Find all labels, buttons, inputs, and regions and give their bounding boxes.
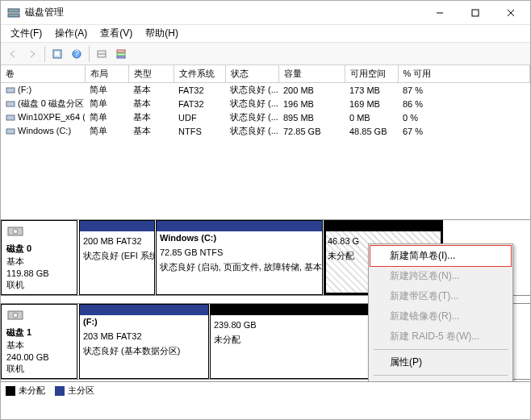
toolbar-sep	[44, 46, 45, 62]
volume-list-pane: 卷 布局 类型 文件系统 状态 容量 可用空间 % 可用 (F:)简单基本FAT…	[1, 65, 530, 220]
disk-graph-pane: 磁盘 0基本119.88 GB联机200 MB FAT32状态良好 (EFI 系…	[1, 220, 530, 381]
svg-rect-13	[117, 53, 125, 56]
partition-title: (F:)	[80, 315, 208, 330]
volume-icon	[6, 85, 15, 95]
col-volume[interactable]: 卷	[1, 65, 85, 83]
titlebar: 磁盘管理	[1, 1, 530, 25]
back-button[interactable]	[4, 45, 22, 63]
volume-table: 卷 布局 类型 文件系统 状态 容量 可用空间 % 可用 (F:)简单基本FAT…	[1, 65, 530, 138]
volume-icon	[6, 99, 15, 109]
partition-title: Windows (C:)	[157, 231, 322, 246]
col-status[interactable]: 状态	[225, 65, 278, 83]
partition[interactable]: Windows (C:)72.85 GB NTFS状态良好 (启动, 页面文件,…	[156, 220, 323, 295]
svg-rect-18	[6, 129, 15, 134]
svg-rect-17	[6, 115, 15, 120]
menubar: 文件(F) 操作(A) 查看(V) 帮助(H)	[1, 25, 530, 43]
toolbar: ?	[1, 43, 530, 65]
rescan-button[interactable]	[93, 45, 111, 63]
svg-rect-15	[6, 88, 15, 93]
svg-point-22	[13, 313, 18, 318]
window-title: 磁盘管理	[25, 6, 422, 19]
table-row[interactable]: (F:)简单基本FAT32状态良好 (...200 MB173 MB87 %	[1, 83, 530, 98]
legend-unalloc: 未分配	[6, 385, 45, 397]
context-menu-item[interactable]: 帮助(H)	[370, 378, 511, 381]
app-icon	[7, 6, 20, 19]
svg-rect-16	[6, 102, 15, 106]
table-row[interactable]: (磁盘 0 磁盘分区 1)简单基本FAT32状态良好 (...196 MB169…	[1, 97, 530, 110]
disk-icon	[6, 308, 72, 324]
context-menu-item: 新建镜像卷(R)...	[370, 306, 511, 326]
partition-stripe	[80, 305, 208, 315]
disk-name: 磁盘 0	[6, 243, 72, 255]
volume-icon	[6, 127, 15, 136]
legend-primary: 主分区	[55, 385, 94, 397]
disk-size: 240.00 GB	[6, 352, 72, 362]
menu-action[interactable]: 操作(A)	[48, 25, 94, 42]
partition-stripe	[157, 221, 322, 231]
menu-separator	[374, 349, 508, 350]
context-menu-item[interactable]: 新建简单卷(I)...	[370, 246, 511, 266]
svg-rect-1	[8, 14, 19, 17]
disk-size: 119.88 GB	[6, 268, 72, 278]
svg-rect-7	[55, 52, 59, 56]
svg-rect-14	[117, 56, 125, 58]
col-fs[interactable]: 文件系统	[174, 65, 225, 83]
disk-icon	[6, 224, 72, 240]
partition-status: 状态良好 (基本数据分区)	[80, 344, 208, 359]
disk-label[interactable]: 磁盘 0基本119.88 GB联机	[1, 220, 77, 295]
partition[interactable]: (F:)203 MB FAT32状态良好 (基本数据分区)	[79, 304, 209, 379]
col-type[interactable]: 类型	[128, 65, 174, 83]
disk-status: 联机	[6, 363, 72, 375]
menu-view[interactable]: 查看(V)	[94, 25, 139, 42]
col-capacity[interactable]: 容量	[278, 65, 345, 83]
col-layout[interactable]: 布局	[85, 65, 128, 83]
context-menu-item: 新建跨区卷(N)...	[370, 266, 511, 286]
partition[interactable]: 200 MB FAT32状态良好 (EFI 系统分区)	[79, 220, 155, 295]
disk-status: 联机	[6, 279, 72, 291]
partition-size: 72.85 GB NTFS	[157, 246, 322, 260]
table-row[interactable]: Win10XPE_x64 (H:)简单基本UDF状态良好 (...895 MB0…	[1, 110, 530, 124]
svg-rect-0	[8, 9, 19, 12]
refresh-button[interactable]	[48, 45, 66, 63]
partition-size: 200 MB FAT32	[80, 235, 154, 249]
table-header-row: 卷 布局 类型 文件系统 状态 容量 可用空间 % 可用	[1, 65, 530, 83]
context-menu-item: 新建 RAID-5 卷(W)...	[370, 326, 511, 347]
help-button[interactable]: ?	[68, 45, 86, 63]
disk-type: 基本	[6, 256, 72, 268]
svg-point-20	[13, 229, 18, 234]
disk-list-button[interactable]	[112, 45, 130, 63]
partition-status: 状态良好 (启动, 页面文件, 故障转储, 基本数据分区)	[157, 260, 322, 275]
context-menu-item: 新建带区卷(T)...	[370, 286, 511, 306]
partition-stripe	[324, 221, 442, 231]
legend: 未分配 主分区	[1, 381, 530, 399]
table-row[interactable]: Windows (C:)简单基本NTFS状态良好 (...72.85 GB48.…	[1, 124, 530, 138]
maximize-button[interactable]	[458, 2, 493, 24]
menu-help[interactable]: 帮助(H)	[139, 25, 185, 42]
col-pct[interactable]: % 可用	[398, 65, 530, 83]
partition-stripe	[80, 221, 154, 231]
disk-label[interactable]: 磁盘 1基本240.00 GB联机	[1, 304, 77, 379]
context-menu: 新建简单卷(I)...新建跨区卷(N)...新建带区卷(T)...新建镜像卷(R…	[368, 243, 513, 381]
partition-size: 203 MB FAT32	[80, 330, 208, 344]
toolbar-sep	[89, 46, 90, 62]
partition-status: 状态良好 (EFI 系统分区)	[80, 249, 154, 264]
svg-rect-12	[117, 50, 125, 52]
minimize-button[interactable]	[422, 2, 458, 24]
svg-rect-3	[472, 10, 479, 16]
menu-separator	[374, 375, 508, 376]
disk-type: 基本	[6, 339, 72, 351]
menu-file[interactable]: 文件(F)	[4, 25, 48, 42]
forward-button[interactable]	[23, 45, 41, 63]
svg-text:?: ?	[74, 48, 79, 58]
col-free[interactable]: 可用空间	[345, 65, 398, 83]
context-menu-item[interactable]: 属性(P)	[370, 352, 511, 372]
volume-icon	[6, 113, 15, 123]
disk-name: 磁盘 1	[6, 326, 72, 339]
close-button[interactable]	[493, 2, 529, 24]
